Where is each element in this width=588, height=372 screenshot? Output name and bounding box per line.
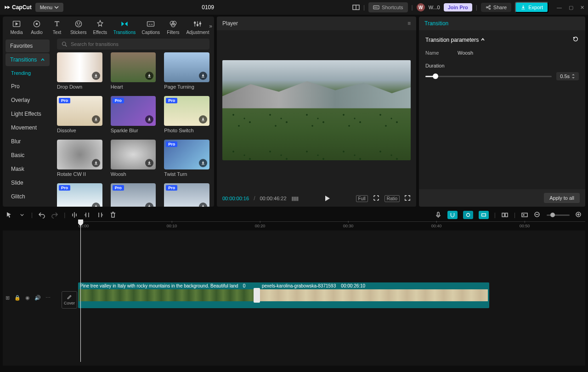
reset-icon[interactable] [572, 36, 579, 44]
transition-thumb[interactable]: Rotate CW II [57, 140, 102, 177]
user-avatar[interactable]: W [417, 3, 425, 11]
share-button[interactable]: Share [481, 3, 511, 12]
svg-point-35 [466, 214, 469, 217]
tab-adjustment[interactable]: Adjustment [183, 19, 212, 35]
tabs-overflow-icon[interactable]: » [209, 23, 212, 29]
transition-thumb[interactable]: Pro [57, 183, 102, 207]
zoom-out-icon[interactable] [534, 211, 541, 219]
playhead[interactable] [80, 220, 81, 362]
transition-thumb[interactable]: ProTwist Turn [164, 140, 209, 177]
cat-blur[interactable]: Blur [6, 135, 50, 148]
cat-movement[interactable]: Movement [6, 121, 50, 134]
maximize-button[interactable]: ▢ [569, 5, 573, 11]
clip-2[interactable] [260, 289, 488, 302]
clip-1[interactable] [78, 289, 257, 302]
cat-slide[interactable]: Slide [6, 176, 50, 189]
transition-thumb[interactable]: ProPhoto Switch [164, 96, 209, 133]
export-button[interactable]: Export [515, 2, 548, 13]
track-lock-icon[interactable]: 🔒 [14, 295, 21, 301]
fullscreen-icon[interactable] [404, 195, 411, 203]
video-preview[interactable] [222, 60, 411, 160]
shortcuts-button[interactable]: Shortcuts [368, 2, 407, 12]
transition-thumb[interactable]: ProSparkle Blur [111, 96, 156, 133]
time-ruler[interactable]: 00:00 00:10 00:20 00:30 00:40 00:50 [78, 221, 585, 231]
segments-icon[interactable]: ▮▮▮ [291, 195, 298, 202]
close-button[interactable]: ✕ [580, 5, 584, 11]
split-right-tool[interactable] [96, 211, 104, 219]
magnet-main-icon[interactable] [447, 211, 458, 219]
tab-stickers[interactable]: Stickers [67, 19, 90, 35]
zoom-slider[interactable] [547, 214, 570, 216]
top-tabs: Media Audio Text Stickers Effects Transi… [3, 17, 214, 37]
apply-all-button[interactable]: Apply to all [544, 193, 580, 203]
magnet-track-icon[interactable] [479, 211, 489, 219]
duration-value[interactable]: 0.5s [556, 72, 579, 80]
transition-thumb[interactable]: Heart [111, 52, 156, 90]
transition-thumb[interactable]: ProDissolve [57, 96, 102, 133]
track-mute-icon[interactable]: 🔊 [34, 295, 41, 301]
delete-tool[interactable] [109, 211, 117, 219]
tab-transitions[interactable]: Transitions [110, 19, 139, 35]
category-sidebar: Favorites Transitions Trending Pro Overl… [3, 37, 52, 207]
search-input[interactable] [71, 41, 205, 47]
crop-icon[interactable] [373, 194, 380, 203]
cat-distortion[interactable]: Distortion [6, 204, 50, 207]
tab-effects[interactable]: Effects [90, 19, 110, 35]
full-button[interactable]: Full [356, 195, 368, 202]
svg-point-40 [523, 214, 524, 215]
name-label: Name [425, 50, 448, 56]
preview-toggle-icon[interactable] [501, 211, 509, 219]
cat-overlay[interactable]: Overlay [6, 94, 50, 107]
clip1-time: 0 [243, 283, 246, 288]
duration-slider[interactable] [425, 76, 552, 77]
mic-icon[interactable] [435, 211, 442, 219]
cat-favorites[interactable]: Favorites [6, 39, 50, 52]
magnet-link-icon[interactable] [463, 211, 473, 219]
tab-captions[interactable]: Captions [139, 19, 163, 35]
cat-light-effects[interactable]: Light Effects [6, 107, 50, 120]
cat-transitions[interactable]: Transitions [6, 53, 50, 66]
transition-thumb[interactable]: Pro [111, 183, 156, 207]
transition-handle[interactable] [254, 288, 260, 303]
tab-media[interactable]: Media [6, 19, 27, 35]
player-menu-icon[interactable]: ≡ [407, 20, 411, 27]
player-controls: 00:00:00:16 / 00:00:46:22 ▮▮▮ Full Ratio [217, 190, 416, 207]
zoom-in-icon[interactable] [575, 211, 582, 219]
transition-thumb[interactable]: Woosh [111, 140, 156, 177]
layout-icon[interactable] [352, 4, 360, 11]
tab-audio[interactable]: Audio [27, 19, 47, 35]
transition-thumb[interactable]: Drop Down [57, 52, 102, 90]
redo-button[interactable] [51, 211, 58, 219]
minimize-button[interactable]: — [557, 5, 562, 11]
track-more-icon[interactable]: ⋯ [45, 295, 51, 301]
ratio-button[interactable]: Ratio [384, 195, 400, 202]
marker-icon[interactable] [521, 211, 528, 219]
undo-button[interactable] [38, 211, 45, 219]
cat-glitch[interactable]: Glitch [6, 190, 50, 203]
thumb-label: Twist Turn [164, 171, 209, 177]
track-expand-icon[interactable]: ⊞ [6, 295, 10, 301]
pointer-dropdown[interactable] [18, 211, 26, 219]
split-left-tool[interactable] [84, 211, 91, 219]
join-pro-button[interactable]: Join Pro [444, 3, 472, 11]
timeline-toolbar: | | | | [3, 209, 585, 221]
play-button[interactable] [323, 195, 331, 202]
cat-trending[interactable]: Trending [6, 67, 50, 79]
cat-pro[interactable]: Pro [6, 80, 50, 93]
svg-line-26 [65, 45, 67, 46]
cat-mask[interactable]: Mask [6, 163, 50, 175]
cat-basic[interactable]: Basic [6, 149, 50, 162]
svg-point-25 [62, 42, 66, 46]
video-track[interactable]: Pine tree valley in Italy with rocky mou… [78, 282, 489, 308]
menu-button[interactable]: Menu [35, 3, 64, 12]
tab-filters[interactable]: Filters [163, 19, 183, 35]
split-tool[interactable] [71, 211, 78, 219]
transition-thumb[interactable]: Page Turning [164, 52, 209, 90]
pointer-tool[interactable] [6, 211, 13, 219]
track-visibility-icon[interactable]: ◉ [25, 295, 30, 301]
total-time: 00:00:46:22 [260, 196, 286, 201]
search-field[interactable] [57, 39, 209, 50]
tab-text[interactable]: Text [47, 19, 67, 35]
player-panel: Player ≡ 00:00:00:16 / 00:00:46:22 ▮▮▮ F… [217, 17, 416, 207]
transition-thumb[interactable]: Pro [164, 183, 209, 207]
